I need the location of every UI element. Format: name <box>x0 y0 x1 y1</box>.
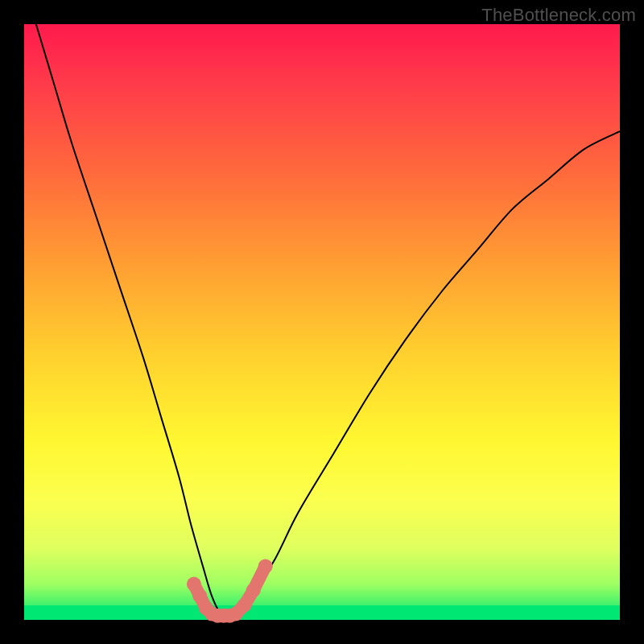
outer-frame: TheBottleneck.com <box>0 0 644 644</box>
chart-area <box>24 24 620 620</box>
bottleneck-curve-path <box>36 24 620 620</box>
optimal-marker-dot <box>246 583 261 597</box>
optimal-marker-dot <box>237 598 252 613</box>
watermark-text: TheBottleneck.com <box>481 5 636 26</box>
optimal-marker-group <box>187 559 273 622</box>
chart-svg <box>24 24 620 620</box>
optimal-marker-dot <box>258 559 273 573</box>
